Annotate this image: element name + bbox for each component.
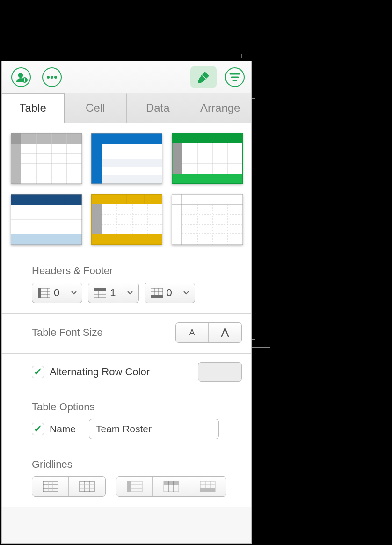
chevron-down-icon	[178, 283, 195, 303]
header-gridlines-segmented	[116, 476, 226, 497]
table-options-section: Table Options Name	[2, 392, 251, 450]
gridlines-horizontal-icon	[43, 481, 58, 492]
gridlines-vertical-icon	[79, 481, 95, 492]
more-button[interactable]	[42, 67, 62, 87]
svg-point-2	[47, 76, 50, 79]
footer-rows-value: 0	[167, 287, 172, 299]
table-font-size-section: Table Font Size A A	[2, 314, 251, 354]
chevron-down-icon	[65, 283, 82, 303]
table-styles-grid	[2, 123, 251, 256]
header-rows-select[interactable]: 1	[88, 283, 138, 303]
tab-data[interactable]: Data	[127, 93, 189, 123]
tab-table[interactable]: Table	[2, 93, 65, 123]
table-style-thumb[interactable]	[11, 194, 82, 245]
svg-rect-6	[11, 133, 82, 144]
callout-line	[185, 54, 185, 58]
svg-rect-25	[172, 143, 182, 174]
callout-line	[252, 98, 252, 339]
table-style-thumb[interactable]	[172, 194, 243, 245]
chevron-down-icon	[122, 283, 138, 303]
svg-rect-17	[91, 133, 162, 144]
svg-point-4	[54, 76, 57, 79]
section-title: Table Font Size	[32, 327, 175, 339]
tab-label: Data	[146, 102, 170, 115]
format-button[interactable]	[190, 66, 217, 88]
header-rows-icon	[94, 288, 106, 298]
gridlines-vertical-button[interactable]	[69, 477, 105, 496]
filter-sort-button[interactable]	[225, 67, 245, 87]
svg-rect-53	[172, 194, 243, 245]
letter-large-icon: A	[221, 326, 229, 340]
svg-point-3	[51, 76, 53, 79]
svg-rect-24	[172, 174, 243, 184]
alternating-row-checkbox[interactable]	[32, 366, 44, 378]
tab-label: Table	[20, 102, 46, 115]
gridlines-section: Gridlines	[2, 450, 251, 507]
tab-content: Headers & Footer 0 1	[2, 123, 251, 507]
headers-footer-section: Headers & Footer 0 1	[2, 256, 251, 314]
table-style-thumb[interactable]	[172, 133, 243, 184]
svg-rect-64	[38, 288, 41, 298]
table-style-thumb[interactable]	[11, 133, 82, 184]
callout-line	[252, 347, 270, 348]
tab-label: Arrange	[200, 102, 240, 115]
svg-rect-79	[43, 481, 58, 492]
svg-rect-34	[11, 234, 82, 245]
tab-cell[interactable]: Cell	[65, 93, 127, 123]
svg-rect-23	[172, 133, 243, 143]
footer-row-gridlines-icon	[200, 481, 216, 492]
filter-icon	[229, 72, 240, 82]
svg-rect-70	[94, 288, 106, 291]
font-size-segmented: A A	[175, 322, 242, 343]
table-name-label: Name	[50, 423, 89, 435]
footer-rows-select[interactable]: 0	[145, 283, 195, 303]
section-title: Table Options	[32, 401, 242, 413]
svg-rect-43	[91, 204, 102, 234]
table-style-thumb[interactable]	[91, 133, 162, 184]
inspector-tabs: Table Cell Data Arrange	[2, 93, 251, 123]
increase-font-button[interactable]: A	[209, 323, 241, 342]
tab-arrange[interactable]: Arrange	[189, 93, 252, 123]
section-title: Headers & Footer	[32, 265, 242, 277]
callout-line	[241, 54, 242, 58]
footer-row-gridlines-button[interactable]	[189, 477, 226, 496]
callout-line	[213, 0, 213, 56]
svg-rect-8	[11, 133, 21, 144]
alternating-row-color-well[interactable]	[198, 362, 242, 382]
format-inspector-panel: Table Cell Data Arrange	[1, 61, 252, 544]
header-rows-value: 1	[110, 287, 116, 299]
collaborate-button[interactable]	[11, 67, 31, 87]
svg-point-0	[18, 73, 23, 77]
footer-rows-icon	[151, 288, 163, 298]
svg-rect-98	[200, 488, 215, 492]
alternating-row-label: Alternating Row Color	[50, 366, 198, 378]
header-columns-select[interactable]: 0	[32, 283, 82, 303]
svg-rect-19	[102, 159, 162, 167]
header-col-gridlines-icon	[127, 481, 143, 492]
header-columns-icon	[38, 288, 50, 298]
alternating-row-section: Alternating Row Color	[2, 354, 251, 392]
svg-rect-20	[102, 175, 162, 184]
format-brush-icon	[196, 70, 211, 84]
section-title: Gridlines	[32, 458, 242, 471]
letter-small-icon: A	[189, 328, 195, 338]
top-toolbar	[2, 61, 251, 93]
table-name-checkbox[interactable]	[32, 423, 44, 435]
gridlines-horizontal-button[interactable]	[32, 477, 69, 496]
header-row-gridlines-icon	[163, 481, 179, 492]
header-column-gridlines-button[interactable]	[116, 477, 153, 496]
svg-rect-42	[91, 234, 162, 245]
header-columns-value: 0	[54, 287, 59, 299]
svg-rect-84	[80, 481, 94, 492]
table-style-thumb[interactable]	[91, 194, 162, 245]
svg-rect-18	[91, 144, 102, 184]
table-name-input[interactable]	[89, 419, 219, 439]
collaborate-icon	[15, 71, 28, 84]
svg-rect-75	[151, 295, 163, 298]
tab-label: Cell	[86, 102, 105, 115]
more-icon	[46, 75, 58, 79]
svg-rect-90	[127, 481, 131, 492]
decrease-font-button[interactable]: A	[176, 323, 209, 342]
header-row-gridlines-button[interactable]	[153, 477, 189, 496]
body-gridlines-segmented	[32, 476, 106, 497]
